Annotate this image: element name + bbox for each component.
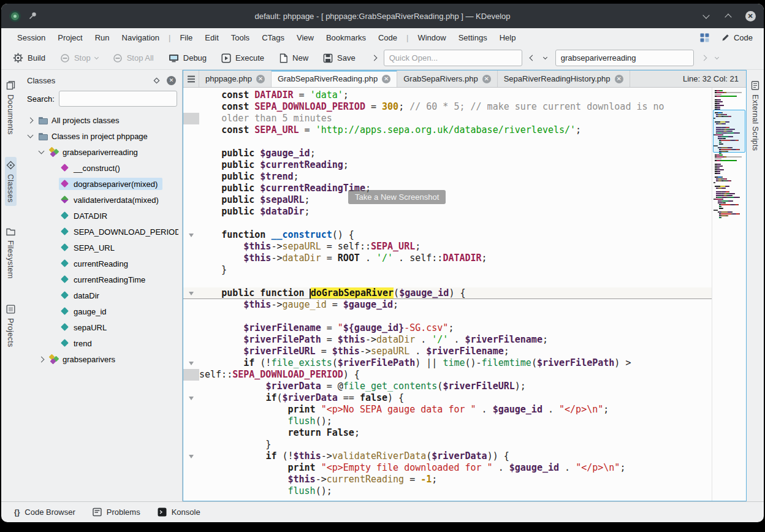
new-button[interactable]: New [273,50,314,66]
area-switcher-code[interactable]: Code [718,31,756,44]
fold-marker-icon[interactable] [183,392,199,404]
stop-dropdown-icon[interactable] [94,55,99,59]
float-panel-icon[interactable] [153,77,160,84]
sidebar-item-projects[interactable]: Projects [5,301,17,351]
tree-item[interactable]: trend [23,335,178,351]
expander-icon[interactable] [28,117,34,123]
sidebar-item-classes[interactable]: Classes [5,157,17,207]
code-line[interactable]: older than 5 minutes [183,113,712,124]
close-panel-icon[interactable]: ✕ [167,76,176,85]
menu-run[interactable]: Run [89,31,116,45]
code-line[interactable]: public $dataDir; [183,206,712,218]
editor-tab[interactable]: SepaRiverReadingHistory.php✕ [498,70,630,87]
menu-tools[interactable]: Tools [225,31,256,45]
menu-navigation[interactable]: Navigation [116,31,166,45]
code-line[interactable]: $riverFilePath = $this->dataDir . '/' . … [183,334,712,346]
code-line[interactable]: public $gauge_id; [183,148,712,159]
code-line[interactable]: const SEPA_DOWNLOAD_PERIOD = 300; // 60 … [183,101,712,113]
menu-help[interactable]: Help [493,31,522,45]
tree-item[interactable]: validateriverdata(mixed) [23,192,178,208]
code-line[interactable]: const SEPA_URL = 'http://apps.sepa.org.u… [183,124,712,136]
code-line[interactable] [183,276,712,287]
tree-item[interactable]: SEPA_URL [23,240,178,256]
document-list-button[interactable] [183,70,199,87]
code-line[interactable]: public $trend; [183,171,712,183]
code-line[interactable] [183,136,712,148]
code-line[interactable]: $this->currentReading = -1; [183,474,712,485]
minimize-button[interactable] [700,10,712,22]
pin-icon[interactable] [28,11,37,21]
fold-marker-icon[interactable] [183,450,199,462]
tab-close-icon[interactable]: ✕ [382,75,390,83]
fold-marker-icon[interactable] [183,229,199,241]
menu-project[interactable]: Project [51,31,88,45]
build-button[interactable]: Build [7,50,51,66]
fold-marker-icon[interactable] [183,357,199,369]
menu-view[interactable]: View [291,31,320,45]
code-area[interactable]: const DATADIR = 'data'; const SEPA_DOWNL… [183,88,712,501]
code-line[interactable] [183,218,712,229]
menu-bookmarks[interactable]: Bookmarks [320,31,372,45]
prev-item-button[interactable] [526,50,539,66]
code-line[interactable]: $this->sepaURL = self::SEPA_URL; [183,241,712,253]
code-line[interactable]: public $sepaURL; [183,194,712,206]
menu-edit[interactable]: Edit [199,31,224,45]
menu-window[interactable]: Window [411,31,452,45]
prev-item-dropdown[interactable] [539,50,552,66]
code-line[interactable]: $riverData = @file_get_contents($riverFi… [183,381,712,392]
quick-open-input[interactable] [384,50,522,66]
titlebar[interactable]: default: phppage - [ phppage:GrabSepaRiv… [1,4,764,28]
menu-code[interactable]: Code [372,31,403,45]
stop-button[interactable]: Stop [55,50,104,66]
code-line[interactable]: function __construct() { [183,229,712,241]
sidebar-item-documents[interactable]: Documents [5,77,17,139]
maximize-button[interactable] [722,10,734,22]
code-line[interactable]: if($riverData == false) { [183,392,712,404]
code-line[interactable]: } [183,439,712,450]
tree-item[interactable]: gauge_id [23,303,178,319]
code-line[interactable]: public function doGrabSepaRiver($gauge_i… [183,287,712,299]
tree-item[interactable]: currentReading [23,256,178,272]
tab-close-icon[interactable]: ✕ [482,75,491,83]
fold-marker-icon[interactable] [183,287,199,299]
minimap-viewport[interactable] [713,110,745,153]
area-grid-icon[interactable] [700,33,709,42]
tree-item[interactable]: dataDir [23,287,178,303]
minimap[interactable] [712,88,746,501]
code-line[interactable]: self::SEPA_DOWNLOAD_PERIOD) { [183,369,712,381]
code-line[interactable]: public $currentReadingTime; [183,183,712,194]
code-line[interactable]: print "<p>No SEPA gauge data for " . $ga… [183,404,712,416]
next-item-button[interactable] [698,50,710,66]
sidebar-item-filesystem[interactable]: Filesystem [5,224,17,283]
problems-button[interactable]: Problems [87,504,146,520]
menu-settings[interactable]: Settings [452,31,493,45]
code-line[interactable]: $riverFilename = "${gauge_id}-SG.csv"; [183,322,712,334]
toolbar-search-input[interactable] [555,50,694,66]
code-line[interactable]: flush(); [183,416,712,427]
tree-item[interactable]: DATADIR [23,208,178,224]
tree-item[interactable]: sepaURL [23,319,178,335]
tree-item[interactable]: __construct() [23,160,178,176]
execute-button[interactable]: Execute [216,50,270,66]
code-line[interactable]: flush(); [183,485,712,497]
code-line[interactable]: print "<p>Empty file downloaded for " . … [183,462,712,474]
code-line[interactable]: public $currentReading; [183,159,712,171]
menu-ctags[interactable]: CTags [256,31,291,45]
code-browser-button[interactable]: {} Code Browser [9,504,81,520]
save-button[interactable]: Save [318,50,361,66]
classes-search-input[interactable] [59,91,177,107]
tree-item[interactable]: grabsepariverreading [23,144,178,160]
tree-item[interactable]: Classes in project phppage [23,128,178,144]
code-line[interactable]: $this->gauge_id = $gauge_id; [183,299,712,311]
konsole-button[interactable]: Konsole [152,504,206,520]
stop-all-button[interactable]: Stop All [107,50,159,66]
editor-tab[interactable]: GrabSepaRivers.php✕ [397,70,497,87]
code-line[interactable] [183,311,712,322]
code-line[interactable]: if (!file_exists($riverFilePath) || time… [183,357,712,369]
debug-button[interactable]: Debug [163,50,212,66]
tree-item[interactable]: All projects classes [23,112,178,128]
editor-tab[interactable]: GrabSepaRiverReading.php✕ [272,70,397,87]
tab-close-icon[interactable]: ✕ [615,75,623,83]
editor-tab[interactable]: phppage.php✕ [199,70,272,87]
close-button[interactable]: ✕ [744,10,756,22]
